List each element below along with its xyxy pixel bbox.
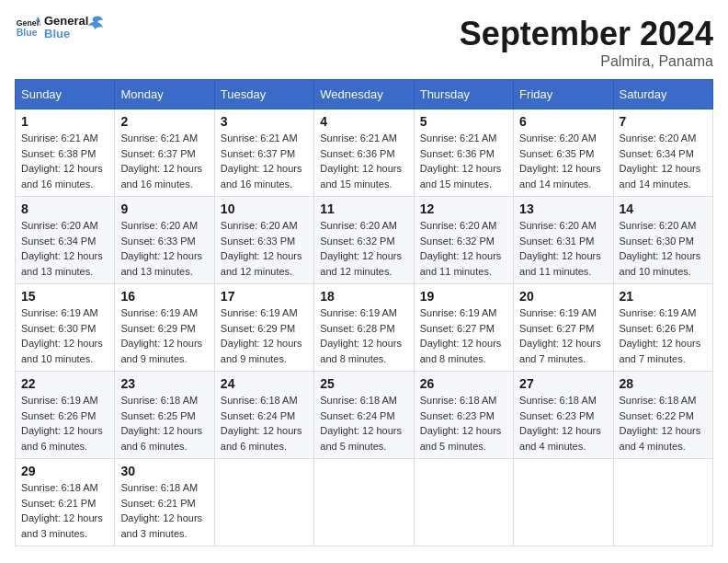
day-number: 8	[21, 201, 108, 216]
title-area: September 2024 Palmira, Panama	[460, 15, 713, 70]
day-number: 5	[420, 114, 507, 129]
calendar-cell: 20 Sunrise: 6:19 AM Sunset: 6:27 PM Dayl…	[514, 284, 613, 372]
day-detail: Sunrise: 6:20 AM Sunset: 6:34 PM Dayligh…	[620, 131, 707, 191]
calendar-cell: 29 Sunrise: 6:18 AM Sunset: 6:21 PM Dayl…	[16, 459, 115, 546]
weekday-header-monday: Monday	[115, 80, 214, 109]
day-number: 27	[519, 376, 607, 391]
calendar-cell: 1 Sunrise: 6:21 AM Sunset: 6:38 PM Dayli…	[16, 109, 115, 197]
day-number: 29	[21, 464, 108, 478]
calendar-cell	[514, 459, 613, 546]
day-detail: Sunrise: 6:19 AM Sunset: 6:28 PM Dayligh…	[320, 305, 407, 366]
calendar-week-1: 1 Sunrise: 6:21 AM Sunset: 6:38 PM Dayli…	[16, 109, 713, 197]
calendar-cell: 17 Sunrise: 6:19 AM Sunset: 6:29 PM Dayl…	[214, 284, 313, 372]
calendar-table: SundayMondayTuesdayWednesdayThursdayFrid…	[15, 79, 713, 546]
day-detail: Sunrise: 6:19 AM Sunset: 6:26 PM Dayligh…	[21, 393, 108, 454]
day-detail: Sunrise: 6:21 AM Sunset: 6:36 PM Dayligh…	[320, 131, 407, 191]
day-number: 28	[620, 376, 707, 391]
day-number: 15	[21, 289, 108, 304]
calendar-cell: 25 Sunrise: 6:18 AM Sunset: 6:24 PM Dayl…	[314, 372, 414, 459]
day-detail: Sunrise: 6:21 AM Sunset: 6:38 PM Dayligh…	[21, 131, 108, 191]
svg-text:Blue: Blue	[17, 27, 38, 38]
day-detail: Sunrise: 6:20 AM Sunset: 6:34 PM Dayligh…	[21, 218, 108, 279]
day-number: 17	[221, 289, 308, 304]
day-detail: Sunrise: 6:18 AM Sunset: 6:24 PM Dayligh…	[221, 393, 308, 454]
day-number: 19	[420, 289, 507, 304]
day-number: 21	[620, 289, 707, 304]
day-number: 10	[221, 201, 308, 216]
day-detail: Sunrise: 6:19 AM Sunset: 6:30 PM Dayligh…	[21, 305, 108, 366]
weekday-header-saturday: Saturday	[613, 80, 712, 109]
calendar-cell: 10 Sunrise: 6:20 AM Sunset: 6:33 PM Dayl…	[214, 197, 313, 284]
day-number: 22	[21, 376, 108, 391]
calendar-cell: 16 Sunrise: 6:19 AM Sunset: 6:29 PM Dayl…	[115, 284, 214, 372]
day-number: 20	[519, 289, 607, 304]
day-detail: Sunrise: 6:21 AM Sunset: 6:36 PM Dayligh…	[420, 131, 507, 191]
calendar-cell: 9 Sunrise: 6:20 AM Sunset: 6:33 PM Dayli…	[115, 197, 214, 284]
day-detail: Sunrise: 6:20 AM Sunset: 6:33 PM Dayligh…	[120, 218, 208, 279]
calendar-week-5: 29 Sunrise: 6:18 AM Sunset: 6:21 PM Dayl…	[16, 459, 713, 546]
day-detail: Sunrise: 6:20 AM Sunset: 6:32 PM Dayligh…	[420, 218, 507, 279]
day-number: 30	[120, 464, 208, 478]
day-detail: Sunrise: 6:19 AM Sunset: 6:26 PM Dayligh…	[620, 305, 707, 366]
day-number: 3	[221, 114, 308, 129]
day-detail: Sunrise: 6:20 AM Sunset: 6:30 PM Dayligh…	[620, 218, 707, 279]
weekday-header-wednesday: Wednesday	[314, 80, 414, 109]
day-detail: Sunrise: 6:18 AM Sunset: 6:23 PM Dayligh…	[519, 393, 607, 454]
calendar-cell: 12 Sunrise: 6:20 AM Sunset: 6:32 PM Dayl…	[414, 197, 513, 284]
logo-icon: General Blue	[15, 15, 40, 40]
day-number: 9	[120, 201, 208, 216]
calendar-cell: 18 Sunrise: 6:19 AM Sunset: 6:28 PM Dayl…	[314, 284, 414, 372]
location: Palmira, Panama	[460, 53, 713, 70]
day-detail: Sunrise: 6:20 AM Sunset: 6:31 PM Dayligh…	[519, 218, 607, 279]
day-detail: Sunrise: 6:20 AM Sunset: 6:35 PM Dayligh…	[519, 131, 607, 191]
weekday-header-friday: Friday	[514, 80, 613, 109]
day-number: 6	[519, 114, 607, 129]
weekday-header-sunday: Sunday	[16, 80, 115, 109]
day-detail: Sunrise: 6:21 AM Sunset: 6:37 PM Dayligh…	[221, 131, 308, 191]
day-number: 4	[320, 114, 407, 129]
calendar-week-3: 15 Sunrise: 6:19 AM Sunset: 6:30 PM Dayl…	[16, 284, 713, 372]
logo-bird-icon	[85, 13, 105, 33]
logo: General Blue General Blue	[15, 15, 105, 41]
calendar-week-4: 22 Sunrise: 6:19 AM Sunset: 6:26 PM Dayl…	[16, 372, 713, 459]
calendar-week-2: 8 Sunrise: 6:20 AM Sunset: 6:34 PM Dayli…	[16, 197, 713, 284]
day-detail: Sunrise: 6:18 AM Sunset: 6:24 PM Dayligh…	[320, 393, 407, 454]
month-title: September 2024	[460, 15, 713, 53]
day-detail: Sunrise: 6:18 AM Sunset: 6:21 PM Dayligh…	[21, 480, 108, 541]
day-detail: Sunrise: 6:18 AM Sunset: 6:22 PM Dayligh…	[620, 393, 707, 454]
weekday-header-thursday: Thursday	[414, 80, 513, 109]
day-detail: Sunrise: 6:20 AM Sunset: 6:32 PM Dayligh…	[320, 218, 407, 279]
calendar-cell	[314, 459, 414, 546]
logo-blue-text: Blue	[44, 28, 88, 40]
calendar-cell: 8 Sunrise: 6:20 AM Sunset: 6:34 PM Dayli…	[16, 197, 115, 284]
calendar-cell	[613, 459, 712, 546]
day-number: 23	[120, 376, 208, 391]
calendar-cell: 15 Sunrise: 6:19 AM Sunset: 6:30 PM Dayl…	[16, 284, 115, 372]
day-number: 1	[21, 114, 108, 129]
calendar-cell: 27 Sunrise: 6:18 AM Sunset: 6:23 PM Dayl…	[514, 372, 613, 459]
calendar-cell: 7 Sunrise: 6:20 AM Sunset: 6:34 PM Dayli…	[613, 109, 712, 197]
calendar-cell: 30 Sunrise: 6:18 AM Sunset: 6:21 PM Dayl…	[115, 459, 214, 546]
calendar-cell: 22 Sunrise: 6:19 AM Sunset: 6:26 PM Dayl…	[16, 372, 115, 459]
calendar-cell: 4 Sunrise: 6:21 AM Sunset: 6:36 PM Dayli…	[314, 109, 414, 197]
calendar-cell: 26 Sunrise: 6:18 AM Sunset: 6:23 PM Dayl…	[414, 372, 513, 459]
calendar-header-row: SundayMondayTuesdayWednesdayThursdayFrid…	[16, 80, 713, 109]
day-detail: Sunrise: 6:19 AM Sunset: 6:27 PM Dayligh…	[420, 305, 507, 366]
page-header: General Blue General Blue September 2024…	[15, 15, 713, 70]
calendar-cell: 6 Sunrise: 6:20 AM Sunset: 6:35 PM Dayli…	[514, 109, 613, 197]
calendar-cell: 2 Sunrise: 6:21 AM Sunset: 6:37 PM Dayli…	[115, 109, 214, 197]
calendar-cell: 28 Sunrise: 6:18 AM Sunset: 6:22 PM Dayl…	[613, 372, 712, 459]
day-detail: Sunrise: 6:19 AM Sunset: 6:29 PM Dayligh…	[120, 305, 208, 366]
day-detail: Sunrise: 6:19 AM Sunset: 6:27 PM Dayligh…	[519, 305, 607, 366]
day-number: 25	[320, 376, 407, 391]
calendar-cell: 21 Sunrise: 6:19 AM Sunset: 6:26 PM Dayl…	[613, 284, 712, 372]
day-detail: Sunrise: 6:19 AM Sunset: 6:29 PM Dayligh…	[221, 305, 308, 366]
day-number: 14	[620, 201, 707, 216]
logo-general-text: General	[44, 15, 88, 28]
day-number: 7	[620, 114, 707, 129]
calendar-cell: 3 Sunrise: 6:21 AM Sunset: 6:37 PM Dayli…	[214, 109, 313, 197]
calendar-cell: 5 Sunrise: 6:21 AM Sunset: 6:36 PM Dayli…	[414, 109, 513, 197]
day-number: 12	[420, 201, 507, 216]
calendar-cell: 24 Sunrise: 6:18 AM Sunset: 6:24 PM Dayl…	[214, 372, 313, 459]
weekday-header-tuesday: Tuesday	[214, 80, 313, 109]
